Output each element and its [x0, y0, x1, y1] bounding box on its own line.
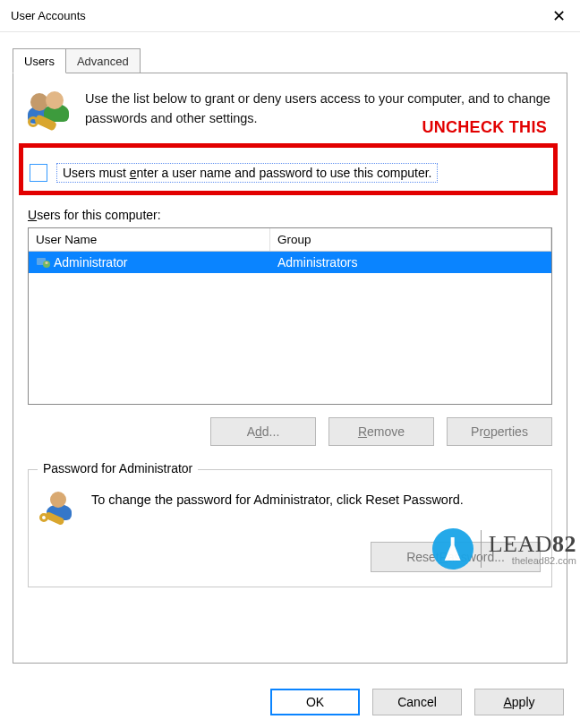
properties-button[interactable]: Properties [447, 417, 552, 446]
must-login-checkbox-row[interactable]: Users must enter a user name and passwor… [30, 163, 552, 183]
must-login-checkbox[interactable] [30, 164, 47, 182]
intro-text: Use the list below to grant or deny user… [85, 90, 552, 129]
tab-panel-users: Use the list below to grant or deny user… [13, 73, 567, 664]
add-button[interactable]: Add... [210, 417, 316, 446]
column-header-username[interactable]: User Name [29, 228, 270, 251]
ok-button[interactable]: OK [270, 689, 360, 715]
users-list-row[interactable]: Administrator Administrators [29, 252, 551, 273]
remove-button[interactable]: Remove [328, 417, 434, 446]
cancel-button[interactable]: Cancel [372, 689, 462, 715]
tab-users[interactable]: Users [13, 48, 66, 73]
users-for-computer-label: Users for this computer: [28, 208, 552, 222]
titlebar: User Accounts ✕ [0, 0, 580, 32]
close-icon[interactable]: ✕ [548, 8, 569, 24]
tab-advanced[interactable]: Advanced [65, 48, 141, 73]
window-title: User Accounts [11, 9, 86, 22]
password-groupbox: Password for Administrator To change the… [28, 469, 552, 587]
dialog-footer: OK Cancel Apply [270, 689, 564, 715]
user-buttons-row: Add... Remove Properties [28, 417, 552, 446]
intro-row: Use the list below to grant or deny user… [28, 90, 552, 133]
tabstrip: Users Advanced [13, 48, 580, 73]
user-row-icon [36, 255, 50, 270]
reset-password-button[interactable]: Reset Password... [371, 542, 541, 572]
user-key-icon [39, 490, 79, 527]
column-header-group[interactable]: Group [270, 228, 551, 251]
users-listview[interactable]: User Name Group Administrator Administra… [28, 227, 552, 405]
password-groupbox-legend: Password for Administrator [38, 461, 198, 475]
svg-point-2 [45, 261, 47, 264]
users-list-username: Administrator [54, 255, 127, 270]
users-list-header[interactable]: User Name Group [29, 228, 551, 252]
users-list-group: Administrators [270, 252, 551, 273]
apply-button[interactable]: Apply [474, 689, 564, 715]
password-instruction-text: To change the password for Administrator… [91, 490, 541, 510]
users-key-icon [28, 90, 74, 133]
must-login-checkbox-label: Users must enter a user name and passwor… [56, 163, 438, 183]
